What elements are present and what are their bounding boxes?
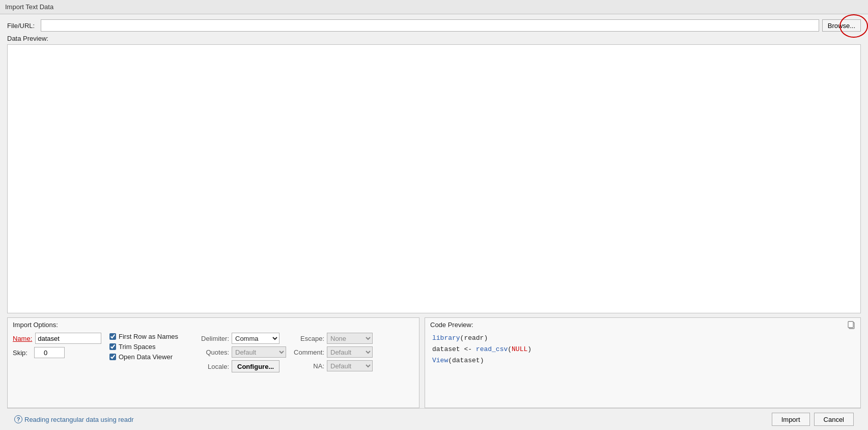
delimiter-select[interactable]: Comma Tab Semicolon Whitespace Other... [232,333,279,344]
skip-label: Skip: [13,349,31,357]
escape-select[interactable]: None Backslash Double [327,333,373,344]
browse-button[interactable]: Browse... [822,19,861,32]
open-viewer-label: Open Data Viewer [119,353,173,361]
import-options-panel: Import Options: Name: Skip: [7,317,419,408]
options-col4: Escape: None Backslash Double Comment: D… [291,333,373,371]
options-col2: First Row as Names Trim Spaces Open Data… [109,333,191,361]
bottom-section: Import Options: Name: Skip: [7,317,861,408]
code-library-arg: (readr) [460,334,488,342]
quotes-select[interactable]: Default Double Quote Single Quote None [232,346,286,358]
comment-row: Comment: Default # % [291,346,373,358]
import-button[interactable]: Import [772,413,810,426]
name-label: Name: [13,335,32,342]
na-label: NA: [291,362,324,370]
dialog-body: File/URL: Browse... Data Preview: Import… [0,14,868,430]
options-col3: Delimiter: Comma Tab Semicolon Whitespac… [196,333,286,372]
first-row-checkbox-row: First Row as Names [109,333,191,340]
file-url-label: File/URL: [7,22,38,30]
code-arrow: <- [464,345,475,353]
footer-buttons: Import Cancel [772,413,854,426]
first-row-checkbox[interactable] [109,333,116,340]
code-preview-title: Code Preview: [425,318,860,331]
skip-input[interactable] [34,347,65,358]
code-view-fn: View [432,357,448,364]
cancel-button[interactable]: Cancel [814,413,854,426]
na-select[interactable]: Default NA [327,360,373,371]
help-link[interactable]: ? Reading rectangular data using readr [14,415,134,423]
code-view-arg: (dataset) [448,357,484,364]
dialog-title: Import Text Data [5,3,53,11]
code-paren-open: ( [508,345,512,353]
import-text-data-dialog: Import Text Data File/URL: Browse... Dat… [0,0,868,430]
code-line-library: library(readr) [432,333,853,344]
code-line-view: View(dataset) [432,355,853,366]
comment-label: Comment: [291,348,324,356]
file-url-input[interactable] [41,19,819,32]
name-row: Name: [13,333,104,344]
escape-label: Escape: [291,335,324,342]
open-viewer-checkbox[interactable] [109,354,116,360]
configure-button[interactable]: Configure... [232,360,279,372]
delimiter-label: Delimiter: [196,335,229,342]
file-url-row: File/URL: Browse... [7,19,861,32]
code-body: library(readr) dataset <- read_csv(NULL)… [425,331,860,408]
na-row: NA: Default NA [291,360,373,371]
copy-icon[interactable] [847,320,856,330]
skip-row: Skip: [13,347,104,358]
comment-select[interactable]: Default # % [327,346,373,358]
browse-btn-wrapper: Browse... [822,19,861,32]
name-input[interactable] [35,333,101,344]
title-bar: Import Text Data [0,0,868,14]
first-row-label: First Row as Names [119,333,178,340]
footer-bar: ? Reading rectangular data using readr I… [7,408,861,430]
code-line-dataset: dataset <- read_csv(NULL) [432,344,853,355]
help-link-text: Reading rectangular data using readr [24,416,134,423]
trim-spaces-checkbox-row: Trim Spaces [109,343,191,351]
code-preview-panel: Code Preview: library(readr) dataset <- … [425,317,861,408]
quotes-label: Quotes: [196,348,229,356]
data-preview-area [7,44,861,313]
code-library-fn: library [432,334,460,342]
locale-row: Locale: Configure... [196,360,286,372]
options-grid: Name: Skip: First Row as Names [13,333,414,404]
help-icon: ? [14,415,22,423]
open-viewer-checkbox-row: Open Data Viewer [109,353,191,361]
escape-row: Escape: None Backslash Double [291,333,373,344]
trim-spaces-label: Trim Spaces [119,343,155,351]
options-col1: Name: Skip: [13,333,104,358]
svg-rect-1 [848,321,853,328]
quotes-row: Quotes: Default Double Quote Single Quot… [196,346,286,358]
code-null: NULL [512,345,527,353]
data-preview-label: Data Preview: [7,35,861,42]
code-read-csv-fn: read_csv [476,345,508,353]
code-paren-close: ) [527,345,531,353]
trim-spaces-checkbox[interactable] [109,343,116,350]
locale-label: Locale: [196,363,229,370]
delimiter-row: Delimiter: Comma Tab Semicolon Whitespac… [196,333,286,344]
code-dataset-var: dataset [432,345,464,353]
import-options-title: Import Options: [13,321,414,329]
